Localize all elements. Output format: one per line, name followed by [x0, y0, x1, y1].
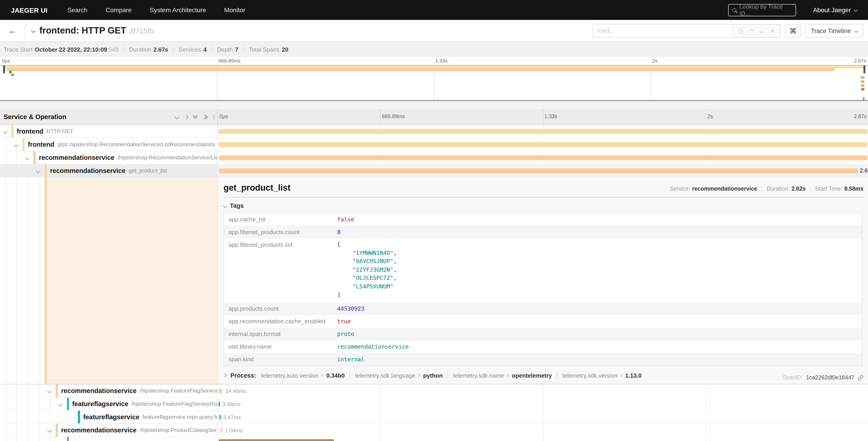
collapse-span-icon[interactable]	[25, 155, 29, 160]
minimap-span-bar	[11, 74, 14, 76]
tag-value: 44530923	[337, 305, 364, 312]
service-label: Service:	[670, 186, 690, 192]
span-duration-bar[interactable]	[219, 142, 868, 147]
collapse-span-icon[interactable]	[58, 402, 63, 406]
span-duration-bar[interactable]	[219, 439, 334, 441]
span-duration-bar[interactable]	[219, 402, 220, 407]
operation-name: /hipstershop.ProductCatalogSer…	[140, 427, 218, 433]
trace-minimap[interactable]	[0, 65, 868, 101]
span-name-cell[interactable]: frontendHTTP GET	[0, 125, 218, 138]
tags-table: app.cache_hit false app.filtered_product…	[223, 212, 863, 366]
span-name-cell[interactable]: recommendationservice/hipstershop.Recomm…	[0, 151, 218, 164]
duration-value: 2.62s	[792, 186, 806, 192]
span-row-partial	[0, 437, 868, 441]
product-id: OLJCESPC7Z	[352, 274, 394, 281]
minimap-left-handle[interactable]	[3, 66, 5, 74]
timeline-tick: 1.33s	[545, 114, 557, 119]
span-name-cell[interactable]: recommendationservice/hipstershop.Featur…	[0, 384, 218, 398]
minimap-span-bar	[861, 76, 864, 78]
span-duration-bar[interactable]	[219, 388, 222, 393]
span-name-cell[interactable]: recommendationserviceget_product_list	[0, 164, 218, 177]
start-time-value: 8.58ms	[844, 186, 864, 192]
collapse-trace-header-icon[interactable]	[31, 28, 35, 33]
span-row: featureflagservicefeatureflagservice.rep…	[0, 411, 868, 424]
next-match-icon[interactable]	[759, 29, 764, 33]
minimap-span-bar	[863, 97, 864, 100]
collapse-span-icon[interactable]	[36, 169, 40, 173]
process-value: opentelemetry	[512, 372, 552, 379]
expand-all-icon[interactable]	[203, 115, 207, 118]
find-input[interactable]	[593, 25, 732, 37]
service-color-bar	[67, 437, 69, 441]
service-operation-header: Service & Operation	[4, 113, 66, 120]
span-duration-bar[interactable]	[219, 155, 867, 160]
trace-view-label: Trace Timeline	[811, 27, 851, 34]
timeline-tick: 2.67s	[854, 114, 867, 119]
tag-row: otel.library.name recommendationservice	[224, 340, 862, 353]
chevron-down-icon	[855, 29, 858, 33]
column-resizer-handle[interactable]: ∥	[213, 114, 215, 120]
span-bar-cell[interactable]: 3.47ms	[218, 411, 868, 424]
span-name-cell[interactable]: featureflagservice/hipstershop.FeatureFl…	[0, 398, 218, 411]
clear-find-icon[interactable]: ✕	[770, 28, 775, 34]
collapse-one-icon[interactable]	[175, 115, 180, 119]
trace-start-value: October 22 2022, 22:10:09	[35, 46, 107, 53]
minimap-span-bar	[861, 84, 864, 86]
span-duration-bar[interactable]	[219, 169, 858, 173]
duration-label: Duration	[129, 46, 151, 53]
product-id: 1YMWWN1N4O	[352, 249, 394, 256]
span-row: recommendationservice/hipstershop.Featur…	[0, 384, 868, 398]
collapse-span-icon[interactable]	[3, 129, 7, 134]
span-rows: frontendHTTP GET frontendgrpc.hipstersho…	[0, 125, 868, 441]
keyboard-shortcuts-button[interactable]: ⌘	[785, 24, 801, 37]
service-color-bar	[56, 424, 58, 437]
span-bar-cell[interactable]	[218, 138, 868, 151]
span-name-cell[interactable]	[0, 437, 218, 441]
span-bar-cell[interactable]	[218, 125, 868, 138]
back-button[interactable]: ←	[0, 20, 25, 41]
chevron-down-icon	[854, 8, 858, 12]
collapse-span-icon[interactable]	[47, 428, 52, 433]
span-duration-label: 3.68ms	[223, 401, 241, 408]
span-bar-cell[interactable]: 1.04ms	[218, 424, 868, 437]
trace-view-selector[interactable]: Trace Timeline	[805, 24, 864, 37]
span-name-cell[interactable]: recommendationservice/hipstershop.Produc…	[0, 424, 218, 437]
focus-match-icon[interactable]	[738, 28, 743, 33]
nav-item-search[interactable]: Search	[67, 6, 88, 13]
about-jaeger-menu[interactable]: About Jaeger	[813, 6, 857, 13]
span-bar-cell[interactable]: 2.62s	[218, 164, 868, 177]
service-color-bar	[44, 177, 46, 384]
deep-link-icon[interactable]	[858, 375, 864, 381]
minimap-span-bar	[861, 88, 864, 91]
span-name-cell[interactable]: frontendgrpc.hipstershop.RecommendationS…	[0, 138, 218, 151]
span-bar-cell[interactable]	[218, 151, 868, 164]
tags-section-label: Tags	[230, 202, 244, 209]
span-bar-cell[interactable]	[218, 437, 868, 441]
span-duration-bar[interactable]	[219, 415, 221, 420]
brand-logo[interactable]: JAEGER UI	[11, 6, 48, 14]
minimap-right-handle[interactable]	[864, 66, 865, 74]
span-bar-cell[interactable]: 14.49ms	[218, 384, 868, 398]
process-accordion-toggle[interactable]: Process: telemetry.auto.version=0.34b0 t…	[223, 372, 864, 379]
span-bar-cell[interactable]: 3.68ms	[218, 398, 868, 411]
expand-one-icon[interactable]	[184, 115, 188, 119]
trace-id-short: 2f715fb	[129, 27, 154, 35]
collapse-span-icon[interactable]	[47, 389, 52, 393]
prev-match-icon[interactable]	[749, 29, 754, 33]
nav-item-compare[interactable]: Compare	[105, 6, 131, 13]
span-duration-bar[interactable]	[220, 428, 222, 433]
service-value: recommendationservice	[692, 186, 757, 192]
minimap-gap	[0, 101, 868, 109]
nav-item-system-architecture[interactable]: System Architecture	[150, 6, 206, 13]
collapse-span-icon[interactable]	[14, 142, 18, 147]
span-detail-panel: get_product_list Service:recommendations…	[218, 177, 868, 384]
minimap-tick: 666.89ms	[219, 58, 241, 63]
tags-accordion-toggle[interactable]: Tags	[223, 202, 864, 209]
total-spans-label: Total Spans	[249, 46, 279, 53]
span-name-cell[interactable]: featureflagservicefeatureflagservice.rep…	[0, 411, 218, 424]
trace-lookup-input[interactable]: Lookup by Trace ID...	[728, 4, 796, 16]
nav-item-monitor[interactable]: Monitor	[224, 6, 245, 13]
trace-start-label: Trace Start	[4, 46, 33, 53]
collapse-all-icon[interactable]	[194, 115, 197, 118]
span-duration-bar[interactable]	[219, 129, 868, 134]
